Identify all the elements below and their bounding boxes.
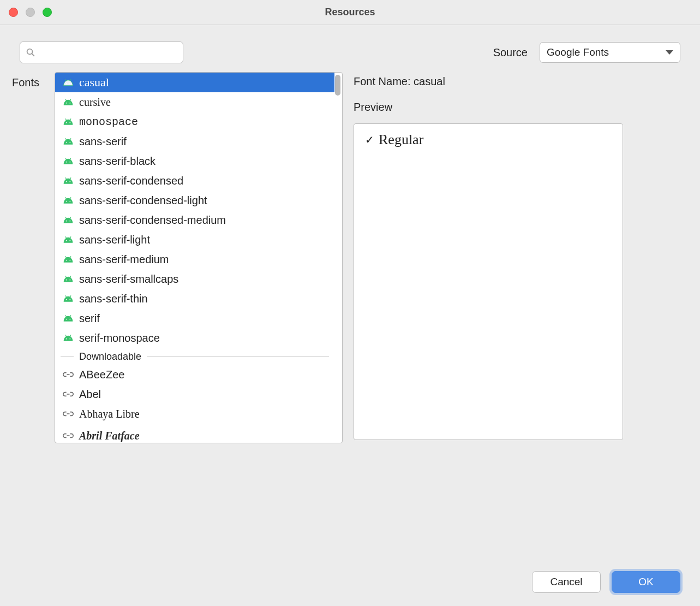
svg-point-16	[66, 162, 67, 163]
source-select[interactable]: Google Fonts	[540, 42, 680, 63]
svg-line-18	[65, 158, 67, 159]
svg-point-12	[66, 142, 67, 143]
svg-point-28	[66, 221, 67, 222]
svg-line-51	[70, 315, 71, 317]
android-icon	[63, 216, 74, 224]
source-value: Google Fonts	[547, 46, 609, 58]
maximize-window-icon[interactable]	[43, 8, 52, 17]
font-item-abel[interactable]: Abel	[55, 384, 334, 404]
font-item-cursive[interactable]: cursive	[55, 92, 334, 112]
font-item-label: serif-monospace	[79, 332, 160, 344]
svg-point-2	[66, 83, 67, 84]
svg-point-37	[69, 260, 70, 261]
font-item-abril-fatface[interactable]: Abril Fatface	[55, 426, 334, 443]
font-list[interactable]: casual cursive monospace sans-serif sans…	[55, 72, 343, 443]
svg-point-3	[69, 83, 70, 84]
svg-line-31	[70, 217, 71, 218]
font-item-sans-serif-medium[interactable]: sans-serif-medium	[55, 249, 334, 269]
svg-line-38	[65, 256, 67, 258]
svg-line-39	[70, 256, 71, 258]
android-icon	[63, 137, 74, 146]
svg-line-19	[70, 158, 71, 159]
font-item-label: sans-serif-light	[79, 234, 150, 246]
android-icon	[63, 78, 74, 87]
section-divider-downloadable: Downloadable	[55, 348, 334, 365]
font-item-label: Abel	[79, 388, 101, 401]
svg-line-46	[65, 295, 67, 297]
svg-line-55	[70, 335, 71, 336]
toolbar: Source Google Fonts	[0, 25, 700, 72]
svg-line-10	[65, 118, 67, 120]
font-item-label: ABeeZee	[79, 369, 124, 381]
preview-item[interactable]: ✓ Regular	[365, 132, 612, 148]
svg-line-7	[70, 99, 71, 100]
footer: Cancel OK	[532, 571, 680, 593]
svg-line-30	[65, 217, 67, 218]
svg-line-1	[32, 54, 34, 56]
font-item-sans-serif-black[interactable]: sans-serif-black	[55, 151, 334, 171]
font-item-sans-serif-condensed-medium[interactable]: sans-serif-condensed-medium	[55, 210, 334, 230]
minimize-window-icon[interactable]	[26, 8, 35, 17]
cancel-button[interactable]: Cancel	[532, 571, 601, 593]
svg-line-43	[70, 276, 71, 277]
font-item-label: sans-serif-medium	[79, 253, 169, 266]
svg-line-14	[65, 138, 67, 140]
android-icon	[63, 117, 74, 126]
search-box[interactable]	[20, 41, 183, 63]
font-item-sans-serif[interactable]: sans-serif	[55, 132, 334, 151]
preview-label: Preview	[354, 101, 680, 114]
window-controls	[0, 8, 52, 17]
section-label: Downloadable	[79, 351, 141, 363]
font-item-sans-serif-thin[interactable]: sans-serif-thin	[55, 289, 334, 308]
left-column: Fonts casual cursive monospace s	[12, 72, 343, 443]
font-item-sans-serif-light[interactable]: sans-serif-light	[55, 230, 334, 249]
svg-line-50	[65, 315, 67, 317]
font-name-value: casual	[414, 75, 445, 87]
svg-point-13	[69, 142, 70, 143]
android-icon	[63, 235, 74, 244]
svg-point-29	[69, 221, 70, 222]
title-bar: Resources	[0, 0, 700, 25]
font-item-sans-serif-condensed[interactable]: sans-serif-condensed	[55, 171, 334, 191]
svg-point-48	[66, 319, 67, 320]
android-icon	[63, 275, 74, 283]
link-icon	[63, 409, 74, 418]
font-item-label: Abhaya Libre	[79, 408, 140, 420]
font-item-label: sans-serif	[79, 135, 127, 148]
font-item-sans-serif-smallcaps[interactable]: sans-serif-smallcaps	[55, 269, 334, 289]
svg-line-47	[70, 295, 71, 297]
svg-point-4	[66, 103, 67, 104]
android-icon	[63, 334, 74, 342]
main: Fonts casual cursive monospace s	[0, 72, 700, 443]
font-item-serif-monospace[interactable]: serif-monospace	[55, 328, 334, 348]
window-title: Resources	[0, 7, 700, 18]
font-item-label: Abril Fatface	[79, 430, 140, 442]
font-item-casual[interactable]: casual	[55, 73, 334, 92]
svg-line-6	[65, 99, 67, 100]
link-icon	[63, 370, 74, 379]
svg-line-11	[70, 118, 71, 120]
font-item-monospace[interactable]: monospace	[55, 112, 334, 132]
svg-point-32	[66, 240, 67, 241]
scrollbar-thumb[interactable]	[335, 75, 340, 96]
search-input[interactable]	[40, 47, 177, 58]
font-item-label: sans-serif-condensed-light	[79, 194, 207, 207]
svg-line-26	[65, 197, 67, 199]
svg-point-41	[69, 280, 70, 281]
font-item-serif[interactable]: serif	[55, 308, 334, 328]
font-item-abhaya-libre[interactable]: Abhaya Libre	[55, 404, 334, 424]
close-window-icon[interactable]	[9, 8, 18, 17]
font-name-row: Font Name: casual	[354, 75, 680, 88]
font-item-sans-serif-condensed-light[interactable]: sans-serif-condensed-light	[55, 191, 334, 210]
svg-point-0	[27, 49, 33, 55]
svg-point-40	[66, 280, 67, 281]
font-item-abeezee[interactable]: ABeeZee	[55, 365, 334, 384]
font-item-label: monospace	[79, 116, 138, 128]
svg-point-25	[69, 201, 70, 202]
svg-point-20	[66, 181, 67, 182]
android-icon	[63, 176, 74, 185]
ok-button-label: OK	[638, 576, 653, 588]
svg-point-24	[66, 201, 67, 202]
ok-button[interactable]: OK	[612, 571, 680, 593]
checkmark-icon: ✓	[365, 133, 374, 146]
